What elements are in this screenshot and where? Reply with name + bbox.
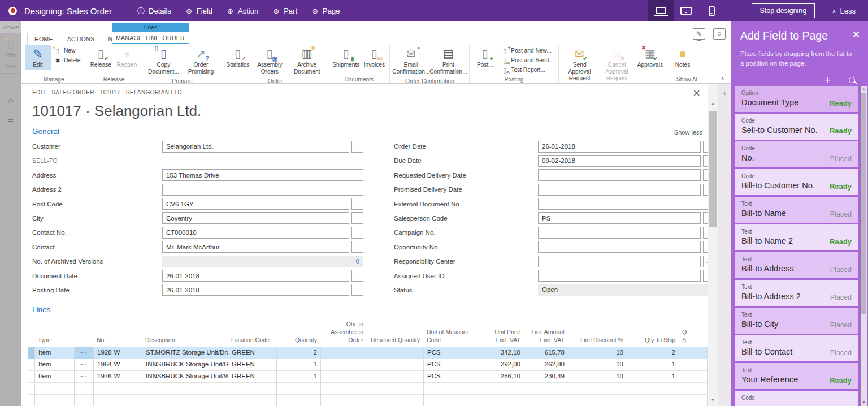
assist-edit-button[interactable]: ...: [703, 227, 708, 239]
ribbon-button[interactable]: ▤ Print Confirmation...: [429, 45, 467, 76]
field-input[interactable]: [538, 169, 701, 181]
ribbon-button[interactable]: ▯∞ Links: [696, 45, 697, 70]
field-input[interactable]: [538, 141, 701, 153]
home-icon[interactable]: ⌂: [5, 95, 16, 106]
field-card[interactable]: Code No. Placed: [735, 141, 858, 167]
ribbon-tab[interactable]: ACTIONS: [60, 33, 102, 45]
field-input[interactable]: [538, 241, 701, 253]
field-card[interactable]: Code Bill-to Customer No. Ready: [735, 169, 858, 195]
field-input[interactable]: [162, 212, 349, 224]
ribbon-button[interactable]: ▯✉ Post and Send...: [498, 56, 555, 65]
chevron-left-icon[interactable]: ‹: [718, 88, 731, 97]
table-row[interactable]: Item···1928-WST.MORITZ Storage Unit/Draw…: [28, 347, 708, 359]
table-column-header[interactable]: Unit of Measure Code: [423, 329, 478, 344]
field-card[interactable]: Option Document Type Ready: [735, 86, 858, 112]
stop-designing-button[interactable]: Stop designing: [752, 3, 815, 18]
assist-edit-button[interactable]: ...: [351, 198, 363, 210]
assist-edit-button[interactable]: ...: [351, 141, 363, 153]
assist-edit-button[interactable]: ...: [703, 169, 708, 181]
assist-edit-button[interactable]: ...: [703, 241, 708, 253]
table-row[interactable]: [28, 395, 708, 406]
table-column-header[interactable]: Quantity: [276, 336, 320, 344]
field-input[interactable]: [538, 198, 708, 210]
field-input[interactable]: [538, 155, 701, 167]
field-input[interactable]: [538, 227, 701, 239]
assist-edit-button[interactable]: ...: [351, 212, 363, 224]
section-lines[interactable]: Lines: [32, 305, 50, 314]
field-input[interactable]: [162, 141, 349, 153]
ribbon-button[interactable]: ●✔ Reopen: [114, 45, 140, 70]
search-icon[interactable]: [848, 76, 857, 85]
table-column-header[interactable]: Q S: [679, 329, 696, 344]
designer-menu-item[interactable]: ⊕ Part: [265, 0, 304, 21]
designer-menu-item[interactable]: ⊕ Action: [219, 0, 265, 21]
field-input[interactable]: [162, 284, 349, 296]
ribbon-button[interactable]: ▯✳ New: [51, 46, 83, 55]
field-card[interactable]: Code Sell-to Customer No. Ready: [735, 114, 858, 140]
context-tab[interactable]: ORDER: [163, 34, 185, 41]
field-input[interactable]: [162, 227, 349, 239]
assist-edit-button[interactable]: ...: [703, 212, 708, 224]
field-readonly-value[interactable]: 0: [162, 256, 363, 267]
field-input[interactable]: [162, 241, 349, 253]
field-input[interactable]: [162, 198, 349, 210]
assist-edit-button[interactable]: ...: [703, 184, 708, 196]
close-icon[interactable]: ×: [852, 29, 860, 40]
assist-edit-button[interactable]: ...: [351, 227, 363, 239]
field-card[interactable]: Code: [735, 391, 858, 406]
ribbon-tab[interactable]: HOME: [27, 33, 60, 45]
scroll-up-icon[interactable]: ▲: [708, 100, 718, 109]
less-toggle[interactable]: ∧ Less: [832, 7, 856, 15]
table-column-header[interactable]: Location Code: [228, 336, 276, 344]
field-input[interactable]: [162, 169, 363, 181]
field-card[interactable]: Text Bill-to Address Placed: [735, 252, 858, 278]
ribbon-button[interactable]: ▥✉ Archive Document: [288, 45, 326, 76]
table-column-header[interactable]: Reserved Quantity: [367, 336, 423, 344]
ribbon-button[interactable]: ▯✉ Invoices: [361, 45, 387, 70]
close-icon[interactable]: ×: [689, 89, 704, 97]
field-card[interactable]: Text Bill-to Name Placed: [735, 197, 858, 223]
table-column-header[interactable]: No.: [93, 336, 142, 344]
assist-edit-button[interactable]: ...: [351, 284, 363, 296]
table-column-header[interactable]: Description: [142, 336, 228, 344]
assist-edit-button[interactable]: ...: [703, 141, 708, 153]
ribbon-button[interactable]: ▯▦ Assembly Orders: [251, 45, 288, 76]
ribbon-button[interactable]: ✉▪ Email Confirmation...: [392, 45, 429, 76]
assist-edit-button[interactable]: ...: [703, 155, 708, 167]
field-input[interactable]: [538, 270, 701, 282]
field-input[interactable]: [538, 256, 701, 267]
assist-edit-button[interactable]: ...: [703, 256, 708, 267]
ribbon-button[interactable]: ↗? Order Promising: [182, 45, 219, 76]
assist-edit-button[interactable]: ...: [703, 270, 708, 282]
device-tablet-button[interactable]: [674, 0, 699, 21]
show-less-link[interactable]: Show less: [674, 129, 702, 136]
ribbon-button[interactable]: ■ Notes: [670, 45, 696, 70]
scroll-up-icon[interactable]: ▲: [861, 86, 867, 93]
field-input[interactable]: [538, 184, 701, 196]
lightbulb-page-icon[interactable]: [713, 28, 726, 40]
add-icon[interactable]: +: [824, 76, 831, 85]
scroll-down-icon[interactable]: ▼: [708, 396, 718, 405]
field-card[interactable]: Text Bill-to Name 2 Ready: [735, 224, 858, 250]
designer-menu-item[interactable]: ⓘ Details: [130, 0, 178, 21]
ribbon-button[interactable]: ▯↗ Statistics: [224, 45, 251, 76]
field-card[interactable]: Text Bill-to Address 2 Placed: [735, 280, 858, 306]
table-column-header[interactable]: Line Amount Excl. VAT: [524, 329, 568, 344]
field-card[interactable]: Text Bill-to Contact Placed: [735, 335, 858, 361]
table-column-header[interactable]: Unit Price Excl. VAT: [478, 329, 524, 344]
table-row[interactable]: Item···1964-WINNSBRUCK Storage Unit/G.Do…: [28, 359, 708, 371]
content-scrollbar[interactable]: ▲ ▼: [708, 84, 718, 406]
context-tab[interactable]: MANAGE: [116, 34, 142, 41]
field-input[interactable]: [162, 270, 349, 282]
field-card[interactable]: Text Your Reference Ready: [735, 363, 858, 389]
ribbon-button[interactable]: ▯+ Post...: [472, 45, 498, 70]
field-input[interactable]: [538, 212, 701, 224]
field-card[interactable]: Text Bill-to City Placed: [735, 308, 858, 334]
section-general[interactable]: General: [32, 127, 59, 136]
scroll-thumb[interactable]: [709, 111, 717, 227]
field-input[interactable]: [162, 184, 363, 196]
ribbon-button[interactable]: ✉✔ Send Approval Request: [561, 45, 598, 83]
ribbon-button[interactable]: ✖ Delete: [51, 56, 83, 65]
table-column-header[interactable]: Qty. to Ship: [627, 336, 679, 344]
table-column-header[interactable]: Qty. to Assemble to Order: [320, 321, 367, 344]
